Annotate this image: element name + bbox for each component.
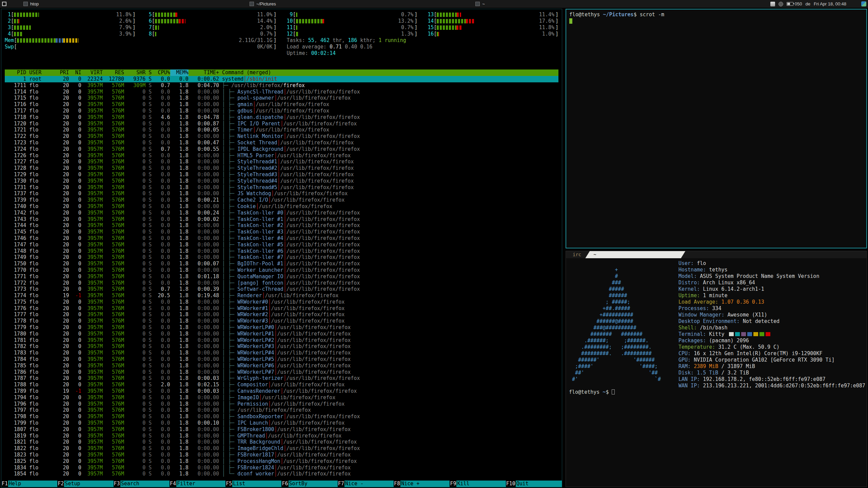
tray-icon-2[interactable]: [778, 2, 783, 6]
fkey-f2[interactable]: F2Setup: [57, 481, 113, 487]
process-row-1728[interactable]: 1728flo2003957M576M0S0.01.80:00.00│ ├─ S…: [5, 165, 558, 171]
tab-irc[interactable]: irc: [566, 251, 585, 258]
process-row-selected[interactable]: 1root20022324127809376S0.00.00:00.62syst…: [5, 76, 558, 82]
process-row-1740[interactable]: 1740flo2003957M576M0S0.01.80:00.00│ ├─ C…: [5, 203, 558, 210]
keyboard-layout[interactable]: de: [805, 1, 810, 6]
shell-prompt-line: flo@tethys ~/Pictures$ scrot -m: [569, 12, 863, 18]
process-row-1718[interactable]: 1718flo2003957M576M0S4.61.80:04.78│ ├─ g…: [5, 114, 558, 121]
process-row-1717[interactable]: 1717flo2003957M576M0S0.01.80:00.00│ ├─ g…: [5, 108, 558, 114]
task-item[interactable]: ~/Pictures: [250, 1, 476, 6]
process-row-1786[interactable]: 1786flo2003957M576M0S0.01.80:00.00│ ├─ W…: [5, 369, 558, 375]
process-row-1807[interactable]: 1807flo2003957M576M0S0.01.80:00.00│ ├─ F…: [5, 426, 558, 433]
process-row-1781[interactable]: 1781flo2003957M576M0S0.01.80:00.00│ ├─ W…: [5, 337, 558, 344]
process-row-1782[interactable]: 1782flo2003957M576M0S0.01.80:00.00│ ├─ W…: [5, 343, 558, 350]
tray-icon-1[interactable]: [770, 2, 775, 6]
process-row-1774[interactable]: 1774flo19-13957M576M0S20.51.80:19.48│ ├─…: [5, 292, 558, 299]
column-header-res[interactable]: RES: [103, 69, 124, 76]
process-row-1780[interactable]: 1780flo2003957M576M0S0.01.80:00.00│ ├─ W…: [5, 331, 558, 337]
process-row-1743[interactable]: 1743flo2003957M576M0S0.01.80:00.02│ ├─ T…: [5, 216, 558, 223]
process-row-1784[interactable]: 1784flo2003957M576M0S0.01.80:00.00│ ├─ W…: [5, 356, 558, 363]
process-row-1779[interactable]: 1779flo2003957M576M0S0.01.80:00.00│ ├─ W…: [5, 324, 558, 331]
process-row-1749[interactable]: 1749flo2003957M576M0S0.01.80:00.00│ ├─ T…: [5, 254, 558, 261]
column-header-ni[interactable]: NI: [69, 69, 81, 76]
process-row-1789[interactable]: 1789flo19-13957M576M0S0.01.80:00.03│ ├─ …: [5, 388, 558, 394]
process-row-1788[interactable]: 1788flo2003957M576M0S2.01.80:02.15│ ├─ C…: [5, 382, 558, 388]
htop-window[interactable]: 1[11.8%]2[2.6%]3[7.9%]4[3.9%]5[11.0%]6[1…: [1, 9, 562, 487]
process-row-1750[interactable]: 1750flo2003957M576M0S0.01.80:00.07│ ├─ B…: [5, 261, 558, 267]
process-row-1819[interactable]: 1819flo2003957M576M0S0.01.80:00.00│ ├─ G…: [5, 433, 558, 439]
process-row-1747[interactable]: 1747flo2003957M576M0S0.01.80:00.00│ ├─ T…: [5, 242, 558, 248]
fkey-f7[interactable]: F7Nice -: [338, 481, 394, 487]
process-row-1730[interactable]: 1730flo2003957M576M0S0.01.80:00.00│ ├─ S…: [5, 178, 558, 184]
process-row-1797[interactable]: 1797flo2003957M576M0S0.01.80:00.00│ ├─ /…: [5, 407, 558, 413]
fkey-f9[interactable]: F9Kill: [450, 481, 506, 487]
process-row-1724[interactable]: 1724flo2003957M576M0S0.71.80:00.55│ ├─ I…: [5, 146, 558, 152]
process-row-1737[interactable]: 1737flo2003957M576M0S0.01.80:00.00│ ├─ J…: [5, 190, 558, 197]
fkey-f1[interactable]: F1Help: [1, 481, 57, 487]
process-row-1748[interactable]: 1748flo2003957M576M0S0.01.80:00.00│ ├─ T…: [5, 248, 558, 255]
fkey-f10[interactable]: F10Quit: [506, 481, 562, 487]
terminal-window-scrot[interactable]: flo@tethys ~/Pictures$ scrot -m: [566, 9, 867, 248]
process-row-1744[interactable]: 1744flo2003957M576M0S0.01.80:00.00│ ├─ T…: [5, 222, 558, 229]
process-row-1771[interactable]: 1771flo2003957M576M0S0.01.80:01.18│ ├─ Q…: [5, 273, 558, 280]
column-header-s[interactable]: S: [145, 69, 152, 76]
fkey-f6[interactable]: F6SortBy: [281, 481, 337, 487]
process-row-1775[interactable]: 1775flo2003957M576M0S0.01.80:00.00│ ├─ W…: [5, 299, 558, 305]
process-row-1722[interactable]: 1722flo2003957M576M0S0.01.80:00.00│ ├─ N…: [5, 133, 558, 140]
column-header-pri[interactable]: PRI: [57, 69, 69, 76]
process-row-1773[interactable]: 1773flo2003957M576M0S0.71.80:00.39│ ├─ S…: [5, 286, 558, 292]
column-header-user[interactable]: USER: [26, 69, 57, 76]
process-row-1723[interactable]: 1723flo2003957M576M0S0.01.80:00.47│ ├─ S…: [5, 140, 558, 146]
process-row-1716[interactable]: 1716flo2003957M576M0S0.01.80:00.00│ ├─ g…: [5, 101, 558, 108]
process-row-1854[interactable]: 1854flo2003957M576M0S0.01.80:00.00│ └─ d…: [5, 471, 558, 477]
column-header-mem-[interactable]: MEM%: [170, 69, 189, 76]
column-header-pid[interactable]: PID: [5, 69, 26, 76]
column-header-virt[interactable]: VIRT: [81, 69, 103, 76]
process-row-1715[interactable]: 1715flo2003957M576M0S0.01.80:00.00│ ├─ p…: [5, 95, 558, 101]
process-row-1770[interactable]: 1770flo2003957M576M0S0.01.80:00.00│ ├─ W…: [5, 267, 558, 273]
fkey-f8[interactable]: F8Nice +: [394, 481, 450, 487]
process-row-1739[interactable]: 1739flo2003957M576M0S0.01.80:00.21│ ├─ C…: [5, 197, 558, 203]
task-item[interactable]: htop: [23, 1, 250, 6]
process-row-1823[interactable]: 1823flo2003957M576M0S0.01.80:00.00│ ├─ F…: [5, 452, 558, 458]
fkey-f4[interactable]: F4Filter: [170, 481, 225, 487]
fkey-f5[interactable]: F5List: [225, 481, 281, 487]
process-row-1821[interactable]: 1821flo2003957M576M0S0.01.80:00.00│ ├─ T…: [5, 439, 558, 445]
process-row-1746[interactable]: 1746flo2003957M576M0S0.01.80:00.00│ ├─ T…: [5, 235, 558, 242]
column-header-cpu-[interactable]: CPU%: [152, 69, 170, 76]
process-row-1787[interactable]: 1787flo2003957M576M0S0.01.80:00.03│ ├─ W…: [5, 375, 558, 382]
tag-indicator[interactable]: [2, 2, 6, 6]
process-row-1798[interactable]: 1798flo2003957M576M0S0.01.80:00.00│ ├─ S…: [5, 413, 558, 420]
process-row-1825[interactable]: 1825flo2003957M576M0S0.01.80:00.00│ ├─ P…: [5, 458, 558, 465]
taskbar: htop~/Pictures~ 050 de Fri Apr 18, 00:48: [0, 0, 868, 8]
process-row-1720[interactable]: 1720flo2003957M576M0S0.01.80:00.87│ ├─ I…: [5, 121, 558, 127]
process-row-1711[interactable]: 1711flo2003957M576M309MS0.71.80:04.70├─ …: [5, 82, 558, 89]
process-row-1731[interactable]: 1731flo2003957M576M0S0.01.80:00.00│ ├─ S…: [5, 184, 558, 191]
process-row-1745[interactable]: 1745flo2003957M576M0S0.01.80:00.00│ ├─ T…: [5, 229, 558, 235]
process-row-1727[interactable]: 1727flo2003957M576M0S0.01.80:00.00│ ├─ S…: [5, 159, 558, 165]
process-row-1726[interactable]: 1726flo2003957M576M0S0.01.80:00.00│ ├─ H…: [5, 152, 558, 159]
process-row-1714[interactable]: 1714flo2003957M576M0S0.01.80:00.00│ ├─ A…: [5, 89, 558, 95]
process-row-1776[interactable]: 1776flo2003957M576M0S0.01.80:00.00│ ├─ W…: [5, 305, 558, 312]
process-row-1729[interactable]: 1729flo2003957M576M0S0.01.80:00.00│ ├─ S…: [5, 171, 558, 178]
task-item[interactable]: ~: [475, 1, 702, 6]
fkey-f3[interactable]: F3Search: [114, 481, 170, 487]
terminal-window-fetch[interactable]: irc~ + # ### ##### ###### ; #####; +##.#…: [566, 251, 867, 487]
process-row-1777[interactable]: 1777flo2003957M576M0S0.01.80:00.00│ ├─ W…: [5, 311, 558, 318]
process-row-1778[interactable]: 1778flo2003957M576M0S0.01.80:00.00│ ├─ W…: [5, 318, 558, 324]
column-header-time-[interactable]: TIME+: [189, 69, 219, 76]
column-header-command-merged-[interactable]: Command (merged): [219, 69, 558, 76]
process-row-1742[interactable]: 1742flo2003957M576M0S0.01.80:00.24│ ├─ T…: [5, 210, 558, 216]
process-row-1822[interactable]: 1822flo2003957M576M0S0.01.80:00.00│ ├─ I…: [5, 445, 558, 452]
process-row-1794[interactable]: 1794flo2003957M576M0S0.01.80:00.00│ ├─ I…: [5, 394, 558, 401]
column-header-shr[interactable]: SHR: [124, 69, 145, 76]
process-row-1796[interactable]: 1796flo2003957M576M0S0.01.80:00.00│ ├─ P…: [5, 401, 558, 407]
process-row-1785[interactable]: 1785flo2003957M576M0S0.01.80:00.00│ ├─ W…: [5, 363, 558, 369]
tab-~[interactable]: ~: [585, 251, 685, 258]
process-row-1799[interactable]: 1799flo2003957M576M0S0.01.80:00.10│ ├─ I…: [5, 420, 558, 426]
process-row-1834[interactable]: 1834flo2003957M576M0S0.01.80:00.00│ ├─ F…: [5, 465, 558, 471]
process-row-1783[interactable]: 1783flo2003957M576M0S0.01.80:00.00│ ├─ W…: [5, 350, 558, 356]
process-row-1772[interactable]: 1772flo2003957M576M0S0.01.80:00.00│ ├─ […: [5, 280, 558, 286]
awesome-menu-icon[interactable]: [861, 1, 866, 6]
process-row-1721[interactable]: 1721flo2003957M576M0S0.01.80:00.05│ ├─ T…: [5, 127, 558, 133]
